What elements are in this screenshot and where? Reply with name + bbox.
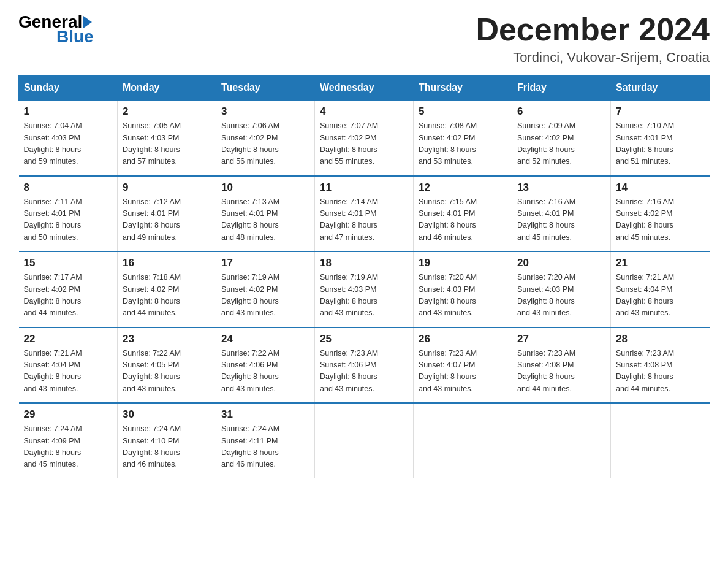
header-day-tuesday: Tuesday [216,76,315,101]
day-info: Sunrise: 7:13 AMSunset: 4:01 PMDaylight:… [221,196,309,244]
calendar-cell: 31Sunrise: 7:24 AMSunset: 4:11 PMDayligh… [216,403,315,478]
calendar-week-row: 8Sunrise: 7:11 AMSunset: 4:01 PMDaylight… [19,176,710,252]
header-day-saturday: Saturday [611,76,710,101]
day-info: Sunrise: 7:08 AMSunset: 4:02 PMDaylight:… [419,120,507,168]
day-number: 2 [123,105,211,118]
location-subtitle: Tordinci, Vukovar-Srijem, Croatia [476,50,710,66]
logo-triangle-icon [83,16,92,28]
day-info: Sunrise: 7:21 AMSunset: 4:04 PMDaylight:… [616,272,705,320]
day-number: 15 [24,257,113,269]
day-info: Sunrise: 7:24 AMSunset: 4:11 PMDaylight:… [221,423,309,471]
calendar-cell: 30Sunrise: 7:24 AMSunset: 4:10 PMDayligh… [118,403,216,478]
header-day-thursday: Thursday [414,76,512,101]
day-info: Sunrise: 7:23 AMSunset: 4:08 PMDaylight:… [616,348,705,396]
calendar-cell: 6Sunrise: 7:09 AMSunset: 4:02 PMDaylight… [512,100,611,176]
day-number: 5 [419,105,507,118]
day-info: Sunrise: 7:10 AMSunset: 4:01 PMDaylight:… [616,120,705,168]
day-info: Sunrise: 7:12 AMSunset: 4:01 PMDaylight:… [123,196,211,244]
day-info: Sunrise: 7:20 AMSunset: 4:03 PMDaylight:… [419,272,507,320]
calendar-cell: 26Sunrise: 7:23 AMSunset: 4:07 PMDayligh… [414,327,512,404]
day-info: Sunrise: 7:19 AMSunset: 4:02 PMDaylight:… [221,272,309,320]
day-info: Sunrise: 7:07 AMSunset: 4:02 PMDaylight:… [320,120,408,168]
day-number: 25 [320,333,408,345]
calendar-cell: 16Sunrise: 7:18 AMSunset: 4:02 PMDayligh… [118,251,216,327]
day-number: 28 [616,333,705,345]
day-number: 12 [419,182,507,194]
calendar-cell: 8Sunrise: 7:11 AMSunset: 4:01 PMDaylight… [19,176,118,252]
calendar-cell: 21Sunrise: 7:21 AMSunset: 4:04 PMDayligh… [611,251,710,327]
day-number: 29 [24,408,113,421]
month-title: December 2024 [476,12,710,47]
day-number: 8 [24,182,113,194]
day-info: Sunrise: 7:23 AMSunset: 4:08 PMDaylight:… [517,348,605,396]
day-number: 23 [123,333,211,345]
day-info: Sunrise: 7:23 AMSunset: 4:06 PMDaylight:… [320,348,408,396]
header-day-monday: Monday [118,76,216,101]
day-number: 16 [123,257,211,269]
day-info: Sunrise: 7:04 AMSunset: 4:03 PMDaylight:… [24,120,113,168]
title-block: December 2024 Tordinci, Vukovar-Srijem, … [476,12,710,66]
calendar-cell: 7Sunrise: 7:10 AMSunset: 4:01 PMDaylight… [611,100,710,176]
day-info: Sunrise: 7:14 AMSunset: 4:01 PMDaylight:… [320,196,408,244]
calendar-cell: 15Sunrise: 7:17 AMSunset: 4:02 PMDayligh… [19,251,118,327]
calendar-cell: 25Sunrise: 7:23 AMSunset: 4:06 PMDayligh… [315,327,414,404]
day-info: Sunrise: 7:09 AMSunset: 4:02 PMDaylight:… [517,120,605,168]
day-info: Sunrise: 7:24 AMSunset: 4:09 PMDaylight:… [24,423,113,471]
calendar-cell: 5Sunrise: 7:08 AMSunset: 4:02 PMDaylight… [414,100,512,176]
header-day-friday: Friday [512,76,611,101]
header-day-sunday: Sunday [19,76,118,101]
day-info: Sunrise: 7:15 AMSunset: 4:01 PMDaylight:… [419,196,507,244]
calendar-week-row: 15Sunrise: 7:17 AMSunset: 4:02 PMDayligh… [19,251,710,327]
day-number: 11 [320,182,408,194]
day-number: 14 [616,182,705,194]
calendar-cell: 22Sunrise: 7:21 AMSunset: 4:04 PMDayligh… [19,327,118,404]
calendar-cell [512,403,611,478]
day-info: Sunrise: 7:23 AMSunset: 4:07 PMDaylight:… [419,348,507,396]
calendar-table: SundayMondayTuesdayWednesdayThursdayFrid… [18,75,710,478]
calendar-cell [315,403,414,478]
day-number: 30 [123,408,211,421]
logo-blue-word: Blue [56,27,94,47]
header-day-wednesday: Wednesday [315,76,414,101]
day-info: Sunrise: 7:16 AMSunset: 4:01 PMDaylight:… [517,196,605,244]
day-info: Sunrise: 7:18 AMSunset: 4:02 PMDaylight:… [123,272,211,320]
day-number: 4 [320,105,408,118]
calendar-cell: 14Sunrise: 7:16 AMSunset: 4:02 PMDayligh… [611,176,710,252]
calendar-cell [611,403,710,478]
day-number: 7 [616,105,705,118]
day-number: 9 [123,182,211,194]
day-number: 13 [517,182,605,194]
calendar-cell: 18Sunrise: 7:19 AMSunset: 4:03 PMDayligh… [315,251,414,327]
day-number: 3 [221,105,309,118]
day-number: 22 [24,333,113,345]
calendar-cell: 1Sunrise: 7:04 AMSunset: 4:03 PMDaylight… [19,100,118,176]
day-number: 1 [24,105,113,118]
calendar-week-row: 1Sunrise: 7:04 AMSunset: 4:03 PMDaylight… [19,100,710,176]
day-number: 24 [221,333,309,345]
calendar-cell: 19Sunrise: 7:20 AMSunset: 4:03 PMDayligh… [414,251,512,327]
day-info: Sunrise: 7:24 AMSunset: 4:10 PMDaylight:… [123,423,211,471]
calendar-cell: 4Sunrise: 7:07 AMSunset: 4:02 PMDaylight… [315,100,414,176]
calendar-cell: 2Sunrise: 7:05 AMSunset: 4:03 PMDaylight… [118,100,216,176]
calendar-cell: 24Sunrise: 7:22 AMSunset: 4:06 PMDayligh… [216,327,315,404]
day-info: Sunrise: 7:22 AMSunset: 4:06 PMDaylight:… [221,348,309,396]
day-info: Sunrise: 7:06 AMSunset: 4:02 PMDaylight:… [221,120,309,168]
day-info: Sunrise: 7:19 AMSunset: 4:03 PMDaylight:… [320,272,408,320]
day-number: 6 [517,105,605,118]
calendar-cell: 13Sunrise: 7:16 AMSunset: 4:01 PMDayligh… [512,176,611,252]
page-header: General Blue December 2024 Tordinci, Vuk… [18,12,710,66]
day-info: Sunrise: 7:20 AMSunset: 4:03 PMDaylight:… [517,272,605,320]
day-number: 20 [517,257,605,269]
calendar-cell: 10Sunrise: 7:13 AMSunset: 4:01 PMDayligh… [216,176,315,252]
calendar-cell: 28Sunrise: 7:23 AMSunset: 4:08 PMDayligh… [611,327,710,404]
day-number: 17 [221,257,309,269]
day-number: 19 [419,257,507,269]
day-number: 27 [517,333,605,345]
calendar-cell: 12Sunrise: 7:15 AMSunset: 4:01 PMDayligh… [414,176,512,252]
calendar-cell: 9Sunrise: 7:12 AMSunset: 4:01 PMDaylight… [118,176,216,252]
calendar-cell: 20Sunrise: 7:20 AMSunset: 4:03 PMDayligh… [512,251,611,327]
day-number: 31 [221,408,309,421]
day-info: Sunrise: 7:05 AMSunset: 4:03 PMDaylight:… [123,120,211,168]
calendar-cell [414,403,512,478]
logo: General Blue [18,12,94,47]
